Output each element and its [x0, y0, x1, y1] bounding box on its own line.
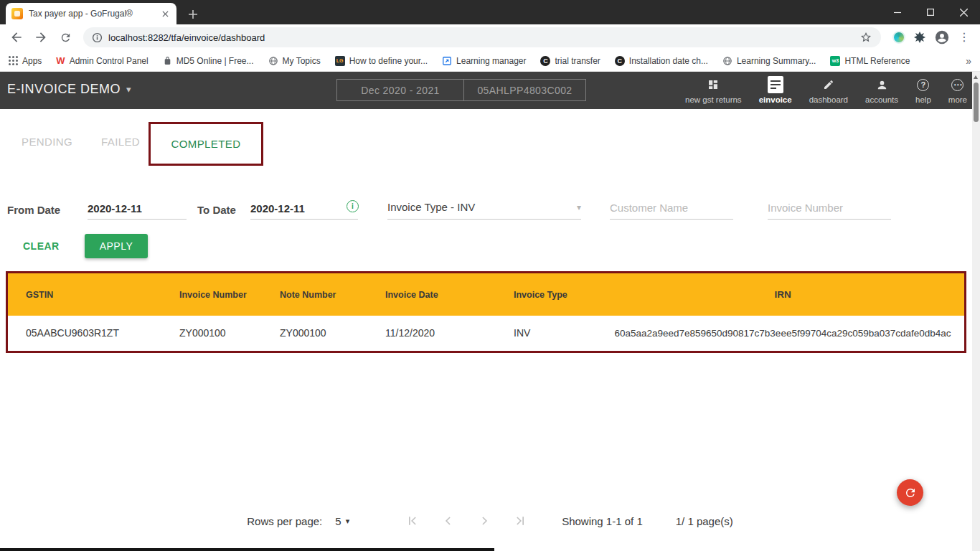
bookmark-md5-online[interactable]: MD5 Online | Free... [163, 56, 254, 66]
extension-icon-dark[interactable] [914, 32, 925, 43]
new-tab-button[interactable] [184, 5, 202, 24]
refresh-fab[interactable] [897, 479, 923, 506]
nav-dashboard[interactable]: dashboard [801, 75, 857, 104]
taxpayer-id-selector[interactable]: 05AHLPP4803C002 [463, 79, 586, 101]
page-info-icon[interactable] [92, 32, 103, 43]
clear-button[interactable]: CLEAR [23, 240, 60, 252]
customer-name-input[interactable] [610, 197, 733, 220]
maximize-button[interactable] [914, 0, 947, 24]
showing-count-text: Showing 1-1 of 1 [562, 515, 643, 527]
apps-shortcut[interactable]: Apps [9, 56, 42, 66]
previous-page-button[interactable] [441, 514, 456, 528]
globe-icon [722, 56, 732, 66]
first-page-button[interactable] [405, 514, 420, 528]
globe-icon [268, 56, 278, 66]
column-header: GSTIN [8, 290, 179, 300]
person-icon [876, 76, 888, 93]
cell-invoice-number: ZY000100 [179, 327, 280, 339]
reload-button[interactable] [56, 28, 75, 47]
browser-window: Tax payer app - GoFrugal® [0, 0, 980, 551]
page-count-text: 1/ 1 page(s) [676, 515, 733, 527]
column-header: Invoice Number [179, 290, 280, 300]
bookmark-favicon: C [615, 56, 625, 66]
app-title: E-INVOICE DEMO [7, 82, 121, 97]
bookmark-learning-manager[interactable]: Learning manager [442, 56, 526, 66]
column-header: Invoice Type [514, 290, 601, 300]
profile-avatar[interactable] [934, 29, 950, 45]
grid-icon [707, 76, 720, 93]
to-date-label: To Date [197, 204, 236, 216]
pagination-bar: Rows per page: 5 ▾ Showing 1-1 of 1 1/ 1… [0, 508, 980, 534]
date-info-icon[interactable]: i [347, 200, 359, 212]
toolbar-right: ⋮ [892, 29, 973, 45]
app-nav: new gst returns einvoice dashboard accou… [677, 75, 976, 108]
tab-title: Tax payer app - GoFrugal® [29, 9, 154, 19]
table-row[interactable]: 05AABCU9603R1ZT ZY000100 ZY000100 11/12/… [8, 316, 964, 350]
address-bar[interactable]: localhost:8282/tfa/einvoice/dashboard [83, 27, 881, 47]
browser-tab[interactable]: Tax payer app - GoFrugal® [6, 3, 176, 24]
scrollbar-thumb[interactable] [974, 83, 979, 122]
nav-einvoice[interactable]: einvoice [750, 75, 801, 104]
document-icon [768, 76, 783, 93]
bookmark-html-reference[interactable]: w3 HTML Reference [830, 56, 910, 66]
rows-per-page-label: Rows per page: [247, 515, 322, 527]
minimize-button[interactable] [881, 0, 914, 24]
cell-irn: 60a5aa2a9eed7e859650d90817c7b3eee5f99704… [601, 328, 964, 339]
cell-gstin: 05AABCU9603R1ZT [8, 327, 179, 339]
column-header: IRN [601, 289, 964, 300]
lock-icon [163, 56, 172, 65]
horizontal-scrollbar-thumb[interactable] [0, 548, 494, 551]
app-header: E-INVOICE DEMO ▾ Dec 2020 - 2021 05AHLPP… [0, 72, 980, 109]
apps-grid-icon [9, 56, 18, 65]
tab-close-icon[interactable] [159, 8, 171, 19]
bookmark-trial-transfer[interactable]: C trial transfer [540, 56, 600, 66]
extension-icon-teal[interactable] [892, 31, 905, 44]
tab-completed-highlight: COMPLETED [149, 122, 263, 166]
app-title-dropdown[interactable]: E-INVOICE DEMO ▾ [7, 82, 131, 97]
browser-menu-icon[interactable]: ⋮ [958, 32, 970, 43]
nav-accounts[interactable]: accounts [857, 75, 907, 104]
bookmark-favicon: LG [335, 56, 345, 66]
invoice-type-select[interactable]: Invoice Type - INV ▾ [387, 195, 581, 220]
pencil-icon [823, 76, 834, 93]
bookmark-learning-summary[interactable]: Learning Summary... [722, 56, 816, 66]
period-selector[interactable]: Dec 2020 - 2021 [336, 79, 464, 101]
tab-completed[interactable]: COMPLETED [171, 138, 241, 150]
bookmark-installation-date[interactable]: C Installation date ch... [615, 56, 708, 66]
invoice-number-input[interactable] [768, 197, 891, 220]
forward-button[interactable] [32, 28, 50, 47]
scroll-up-icon [974, 75, 978, 79]
refresh-icon [904, 486, 917, 499]
column-header: Invoice Date [385, 290, 514, 300]
gofrugal-favicon [11, 8, 23, 19]
cell-invoice-type: INV [514, 327, 601, 339]
bookmark-admin-control-panel[interactable]: W Admin Control Panel [56, 55, 148, 66]
tab-failed[interactable]: FAILED [101, 136, 140, 148]
last-page-button[interactable] [513, 514, 527, 528]
close-button[interactable] [947, 0, 980, 24]
cell-note-number: ZY000100 [280, 327, 385, 339]
help-icon: ? [917, 76, 929, 93]
back-button[interactable] [7, 28, 26, 47]
bookmarks-overflow-icon[interactable]: » [966, 55, 971, 67]
apply-button[interactable]: APPLY [85, 234, 148, 258]
bookmark-star-icon[interactable] [859, 31, 872, 44]
table-header-row: GSTIN Invoice Number Note Number Invoice… [8, 273, 964, 316]
caret-down-icon: ▾ [346, 517, 350, 526]
bookmark-my-topics[interactable]: My Topics [268, 56, 321, 66]
tab-strip: Tax payer app - GoFrugal® [0, 0, 980, 24]
bookmark-favicon: C [540, 56, 550, 66]
from-date-input[interactable] [88, 198, 187, 220]
nav-new-gst-returns[interactable]: new gst returns [677, 75, 750, 104]
rows-per-page-select[interactable]: 5 ▾ [335, 515, 349, 527]
apps-label: Apps [22, 56, 42, 66]
tab-pending[interactable]: PENDING [22, 136, 72, 148]
nav-help[interactable]: ? help [907, 75, 940, 104]
learning-manager-icon [442, 56, 452, 66]
bookmarks-bar: Apps W Admin Control Panel MD5 Online | … [0, 50, 980, 72]
to-date-input[interactable] [250, 198, 358, 220]
bookmark-how-to-define[interactable]: LG How to define your... [335, 56, 428, 66]
next-page-button[interactable] [477, 514, 491, 528]
nav-more[interactable]: ⋯ more [940, 75, 976, 104]
vertical-scrollbar[interactable] [972, 72, 980, 551]
